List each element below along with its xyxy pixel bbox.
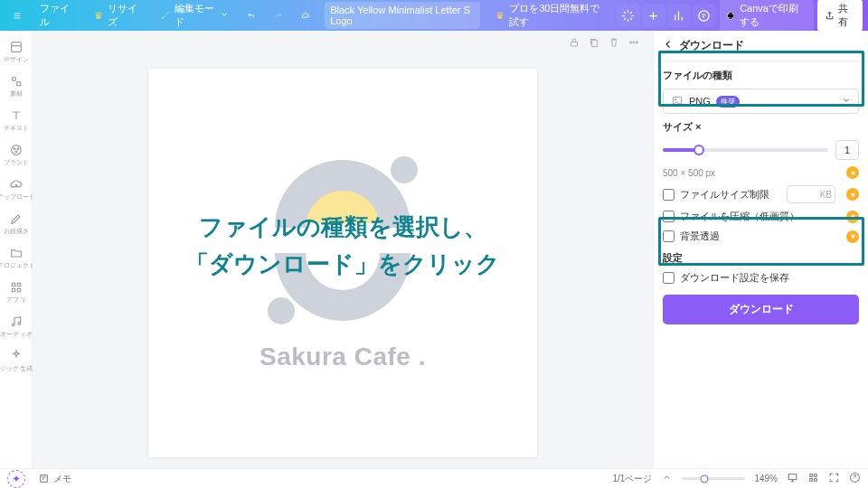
svg-point-13	[12, 324, 14, 326]
canvas-area: Sakura Cafe . ファイルの種類を選択し、 「ダウンロード」をクリック	[33, 31, 653, 468]
sidebar-item-label: お絵描き	[3, 228, 29, 234]
chevron-down-icon	[220, 10, 229, 21]
recommended-badge: 推奨	[716, 96, 740, 108]
print-button[interactable]: Canvaで印刷する	[720, 0, 814, 32]
transparent-label: 背景透過	[680, 230, 720, 243]
svg-point-18	[633, 42, 635, 43]
svg-rect-15	[571, 42, 578, 46]
plus-icon[interactable]	[642, 4, 665, 27]
filetype-select[interactable]: PNG 推奨	[663, 89, 859, 114]
magic-icon[interactable]	[617, 4, 640, 27]
crown-icon	[495, 9, 505, 22]
size-slider[interactable]	[663, 148, 828, 152]
svg-rect-9	[12, 283, 14, 286]
notes-icon	[38, 473, 50, 484]
svg-point-19	[637, 42, 638, 43]
cloud-sync-icon[interactable]	[294, 4, 317, 27]
resize-button[interactable]: リサイズ	[86, 0, 149, 33]
sidebar-item-audio[interactable]: オーディオ	[0, 311, 32, 342]
grid-view-icon[interactable]	[807, 472, 819, 485]
compress-row: ファイルを圧縮（低画質）	[663, 210, 859, 223]
delete-page-icon[interactable]	[608, 36, 620, 52]
transparent-row: 背景透過	[663, 230, 859, 243]
assistant-button[interactable]: ✦	[7, 470, 25, 488]
svg-rect-20	[673, 97, 681, 105]
crown-icon	[93, 9, 104, 22]
edit-mode-menu[interactable]: 編集モード	[153, 0, 236, 33]
artboard[interactable]: Sakura Cafe .	[148, 69, 537, 457]
sidebar-item-label: プロジェクト	[0, 262, 35, 268]
fullscreen-icon[interactable]	[828, 472, 840, 485]
top-bar: ファイル リサイズ 編集モード Black Yellow Minimalist …	[0, 0, 868, 31]
svg-point-3	[12, 77, 15, 80]
logo-graphic	[257, 155, 429, 326]
printer-icon	[725, 9, 736, 22]
sidebar-item-text[interactable]: テキスト	[0, 105, 32, 136]
sidebar-item-design[interactable]: デザイン	[0, 36, 32, 67]
svg-point-6	[14, 148, 15, 150]
compress-checkbox[interactable]	[663, 211, 675, 222]
pro-badge-icon	[846, 230, 859, 243]
copy-page-icon[interactable]	[588, 36, 600, 52]
undo-button[interactable]	[240, 4, 263, 27]
canvas-stage[interactable]: Sakura Cafe . ファイルの種類を選択し、 「ダウンロード」をクリック	[33, 58, 653, 468]
size-slider-row: 1	[663, 140, 859, 160]
back-icon[interactable]	[663, 39, 674, 52]
sidebar-item-label: ジック生成	[0, 365, 33, 371]
analytics-icon[interactable]	[667, 4, 691, 27]
svg-rect-11	[12, 288, 14, 291]
sidebar-item-apps[interactable]: アプリ	[0, 277, 32, 307]
page-up-icon[interactable]	[661, 472, 673, 485]
file-menu[interactable]: ファイル	[33, 0, 82, 33]
filesize-limit-checkbox[interactable]	[663, 189, 675, 201]
help-icon[interactable]	[849, 472, 861, 485]
share-button[interactable]: 共有	[817, 0, 863, 33]
svg-rect-24	[815, 474, 817, 477]
zoom-slider[interactable]	[682, 477, 745, 480]
filesize-limit-label: ファイルサイズ制限	[680, 188, 769, 202]
svg-rect-1	[727, 14, 733, 17]
save-settings-row: ダウンロード設定を保存	[663, 271, 859, 285]
download-panel: ダウンロード ファイルの種類 PNG 推奨 サイズ × 1 500 × 500 …	[653, 31, 868, 468]
dimensions-text: 500 × 500 px	[663, 168, 715, 178]
lock-icon[interactable]	[568, 36, 580, 52]
svg-rect-10	[17, 283, 20, 286]
save-settings-checkbox[interactable]	[663, 272, 675, 284]
image-icon	[671, 95, 684, 108]
settings-heading: 設定	[663, 251, 859, 265]
panel-title: ダウンロード	[679, 38, 744, 53]
sidebar-item-projects[interactable]: プロジェクト	[0, 242, 32, 273]
size-heading: サイズ ×	[663, 120, 859, 134]
share-label: 共有	[838, 2, 855, 29]
try-pro-button[interactable]: プロを30日間無料で試す	[487, 0, 613, 33]
svg-point-8	[15, 151, 17, 153]
svg-rect-12	[17, 288, 20, 291]
sidebar-item-brand[interactable]: ブランド	[0, 139, 32, 170]
canvas-toolbar	[33, 31, 653, 58]
svg-point-0	[699, 10, 709, 20]
svg-rect-16	[592, 41, 598, 47]
top-right-tools	[617, 4, 716, 27]
sidebar-item-elements[interactable]: 素材	[0, 70, 32, 101]
comment-icon[interactable]	[693, 4, 716, 27]
pro-badge-icon	[846, 211, 859, 223]
zoom-value[interactable]: 149%	[754, 474, 778, 483]
document-title[interactable]: Black Yellow Minimalist Letter S Logo	[325, 2, 480, 29]
more-icon[interactable]	[627, 36, 640, 52]
try-pro-label: プロを30日間無料で試す	[509, 2, 606, 29]
save-settings-label: ダウンロード設定を保存	[680, 271, 789, 285]
edit-mode-label: 編集モード	[175, 2, 216, 29]
panel-header: ダウンロード	[654, 31, 868, 61]
notes-button[interactable]: メモ	[38, 473, 71, 485]
filesize-limit-input[interactable]: KB	[787, 185, 835, 203]
sidebar-item-magic[interactable]: ジック生成	[0, 345, 32, 376]
transparent-checkbox[interactable]	[663, 230, 675, 242]
present-icon[interactable]	[787, 472, 798, 485]
sidebar-item-uploads[interactable]: アップロード	[0, 174, 32, 204]
size-multiplier-input[interactable]: 1	[835, 140, 859, 160]
sidebar-item-draw[interactable]: お絵描き	[0, 208, 32, 239]
hamburger-icon[interactable]	[5, 4, 29, 27]
redo-button[interactable]	[267, 4, 290, 27]
download-button[interactable]: ダウンロード	[663, 295, 859, 324]
svg-rect-25	[810, 479, 813, 482]
